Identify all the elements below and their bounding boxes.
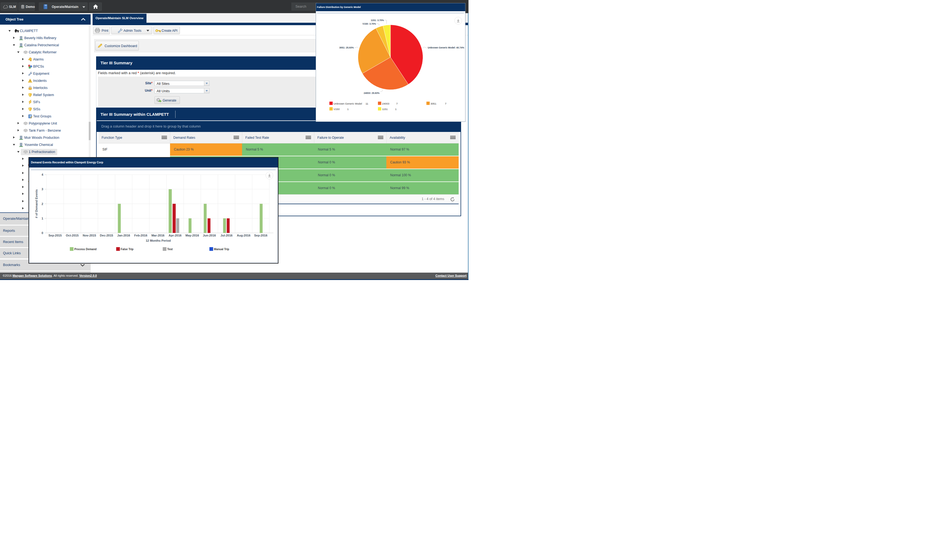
svg-text:1: 1 [42,217,43,220]
svg-text:Manual Trip: Manual Trip [214,248,229,251]
svg-text:Process Demand: Process Demand [74,248,97,251]
svg-text:# of Demand Events: # of Demand Events [35,189,38,218]
svg-text:Feb-2016: Feb-2016 [134,234,147,237]
svg-text:Dec-2015: Dec-2015 [100,234,113,237]
svg-text:Jun-2016: Jun-2016 [203,234,216,237]
svg-text:7: 7 [445,102,446,105]
svg-text:24003: 24003 [382,102,389,105]
svg-text:1: 1 [347,108,348,111]
svg-text:3051: 3051 [430,102,436,105]
svg-text:1: 1 [395,108,396,111]
svg-text:3: 3 [42,188,43,191]
svg-text:Oct-2015: Oct-2015 [66,234,79,237]
svg-text:2: 2 [42,202,43,205]
svg-text:False Trip: False Trip [121,248,134,251]
svg-text:Aug-2016: Aug-2016 [237,234,251,237]
svg-text:Unknown Generic Model: 40.74%: Unknown Generic Model: 40.74% [428,46,464,49]
svg-text:Sep-2016: Sep-2016 [254,234,267,237]
svg-text:Test: Test [167,248,173,251]
svg-text:Nov-2015: Nov-2015 [83,234,96,237]
svg-text:0: 0 [42,231,43,235]
svg-text:Mar-2016: Mar-2016 [151,234,165,237]
svg-text:1151: 1151 [382,108,387,111]
svg-text:3051: 25.93%: 3051: 25.93% [339,46,354,49]
svg-text:Unknown Generic Model: Unknown Generic Model [333,102,362,105]
svg-text:24003: 25.93%: 24003: 25.93% [364,92,379,94]
svg-text:Apr-2016: Apr-2016 [169,234,182,237]
svg-text:Jan-2016: Jan-2016 [117,234,130,237]
svg-text:4: 4 [42,173,43,176]
svg-text:1151: 3.70%: 1151: 3.70% [371,19,384,22]
svg-text:Jul-2016: Jul-2016 [220,234,233,237]
svg-text:V150: 3.70%: V150: 3.70% [362,22,376,25]
svg-text:May-2016: May-2016 [185,234,199,237]
svg-text:11: 11 [365,102,368,105]
svg-text:V150: V150 [333,108,339,111]
svg-text:Sep-2015: Sep-2015 [48,234,62,237]
svg-text:12 Months Period: 12 Months Period [146,238,171,242]
svg-text:7: 7 [396,102,398,105]
